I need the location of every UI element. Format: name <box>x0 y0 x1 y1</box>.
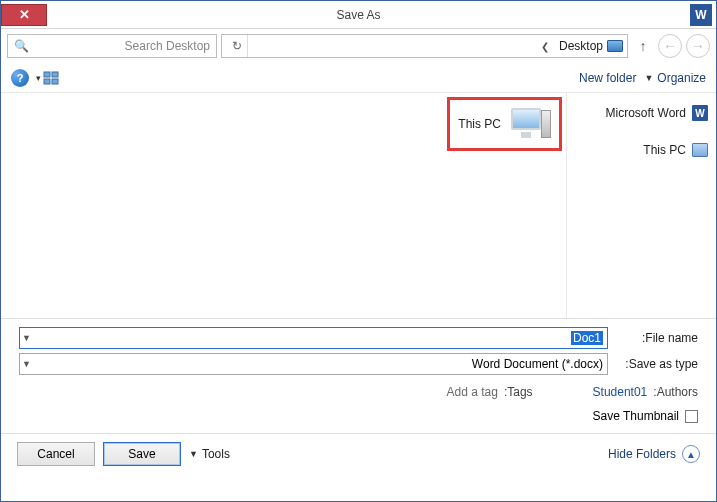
svg-rect-3 <box>52 79 58 84</box>
save-thumbnail-checkbox[interactable] <box>685 410 698 423</box>
filename-value: Doc1 <box>571 331 603 345</box>
sidebar-item-label: This PC <box>643 143 686 157</box>
file-item-label: This PC <box>458 117 501 131</box>
refresh-button[interactable]: ↻ <box>226 35 248 57</box>
sidebar-item-this-pc[interactable]: This PC <box>573 139 710 161</box>
svg-rect-2 <box>44 79 50 84</box>
word-icon: W <box>692 105 708 121</box>
hide-folders-label: Hide Folders <box>608 447 676 461</box>
footer: ▲ Hide Folders Tools ▼ Save Cancel <box>1 433 716 474</box>
authors-value[interactable]: Student01 <box>593 385 648 399</box>
this-pc-icon <box>692 143 708 157</box>
tags-field[interactable]: Tags: Add a tag <box>447 385 533 399</box>
svg-rect-1 <box>52 72 58 77</box>
savetype-value: Word Document (*.docx) <box>472 357 603 371</box>
navigation-pane: W Microsoft Word This PC <box>566 93 716 318</box>
cancel-button-label: Cancel <box>37 447 74 461</box>
organize-label: Organize <box>657 71 706 85</box>
save-button[interactable]: Save <box>103 442 181 466</box>
file-list-pane[interactable]: This PC <box>1 93 566 318</box>
this-pc-large-icon <box>509 106 551 142</box>
chevron-down-icon: ▾ <box>36 73 41 83</box>
nav-bar: → ← ↑ Desktop ❯ ↻ Search Desktop 🔍 <box>1 29 716 63</box>
address-bar[interactable]: Desktop ❯ ↻ <box>221 34 628 58</box>
help-button[interactable]: ? <box>11 69 29 87</box>
search-icon: 🔍 <box>14 39 29 53</box>
tags-label: Tags: <box>504 385 533 399</box>
view-tiles-icon <box>43 71 60 85</box>
chevron-down-icon: ▼ <box>189 449 198 459</box>
word-app-icon-letter: W <box>695 8 706 22</box>
desktop-location-icon <box>607 40 623 52</box>
up-button[interactable]: ↑ <box>632 35 654 57</box>
organize-menu[interactable]: Organize ▼ <box>644 71 706 85</box>
title-bar: W Save As ✕ <box>1 1 716 29</box>
back-button[interactable]: → <box>686 34 710 58</box>
word-app-icon: W <box>690 4 712 26</box>
file-item-this-pc[interactable]: This PC <box>447 97 562 151</box>
window-title: Save As <box>1 8 716 22</box>
filename-label: File name: <box>616 331 698 345</box>
chevron-down-icon: ▼ <box>644 73 653 83</box>
save-button-label: Save <box>128 447 155 461</box>
new-folder-button[interactable]: New folder <box>579 71 636 85</box>
main-area: W Microsoft Word This PC This PC <box>1 93 716 319</box>
tags-value[interactable]: Add a tag <box>447 385 498 399</box>
toolbar: Organize ▼ New folder ▾ ? <box>1 63 716 93</box>
sidebar-item-label: Microsoft Word <box>606 106 686 120</box>
new-folder-label: New folder <box>579 71 636 85</box>
search-input[interactable]: Search Desktop 🔍 <box>7 34 217 58</box>
chevron-down-icon[interactable]: ▼ <box>22 359 31 369</box>
save-thumbnail-label: Save Thumbnail <box>593 409 680 423</box>
tools-menu[interactable]: Tools ▼ <box>189 447 230 461</box>
forward-arrow-icon: ← <box>663 38 677 54</box>
back-arrow-icon: → <box>691 38 705 54</box>
authors-label: Authors: <box>653 385 698 399</box>
savetype-select[interactable]: Word Document (*.docx) ▼ <box>19 353 608 375</box>
svg-rect-0 <box>44 72 50 77</box>
save-form: File name: Doc1 ▼ Save as type: Word Doc… <box>1 319 716 433</box>
chevron-up-icon: ▲ <box>682 445 700 463</box>
forward-button[interactable]: ← <box>658 34 682 58</box>
refresh-icon: ↻ <box>232 39 242 53</box>
help-icon: ? <box>17 72 24 84</box>
change-view-button[interactable]: ▾ <box>35 68 61 88</box>
search-placeholder-text: Search Desktop <box>125 39 210 53</box>
chevron-down-icon[interactable]: ▼ <box>22 333 31 343</box>
close-icon: ✕ <box>19 7 30 22</box>
filename-input[interactable]: Doc1 ▼ <box>19 327 608 349</box>
sidebar-item-microsoft-word[interactable]: W Microsoft Word <box>573 101 710 125</box>
cancel-button[interactable]: Cancel <box>17 442 95 466</box>
breadcrumb-text: Desktop <box>559 39 603 53</box>
metadata-row: Authors: Student01 Tags: Add a tag <box>19 379 698 403</box>
up-arrow-icon: ↑ <box>640 38 647 54</box>
breadcrumb-dropdown-icon[interactable]: ❯ <box>541 41 549 52</box>
close-button[interactable]: ✕ <box>1 4 47 26</box>
tools-label: Tools <box>202 447 230 461</box>
savetype-label: Save as type: <box>616 357 698 371</box>
authors-field[interactable]: Authors: Student01 <box>593 385 698 399</box>
hide-folders-button[interactable]: ▲ Hide Folders <box>608 445 700 463</box>
